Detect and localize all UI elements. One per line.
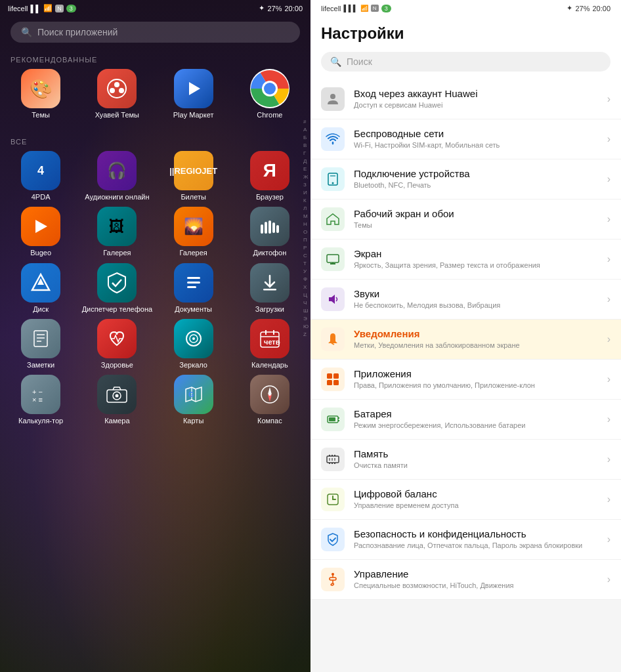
alpha-r[interactable]: Р: [301, 244, 310, 251]
app-item-mirror[interactable]: Зеркало: [158, 319, 229, 369]
alpha-l[interactable]: Л: [301, 205, 310, 212]
app-item-dispatcher[interactable]: Диспетчер телефона: [81, 263, 152, 314]
alpha-ts[interactable]: Ц: [301, 291, 310, 299]
alpha-ch[interactable]: Ч: [301, 299, 310, 306]
settings-item-huawei-account[interactable]: Вход через аккаунт Huawei Доступ к серви…: [310, 79, 621, 119]
settings-item-apps[interactable]: Приложения Права, Приложения по умолчани…: [310, 360, 621, 400]
settings-item-memory[interactable]: Память Очистка памяти ›: [310, 440, 621, 480]
alpha-z-lat[interactable]: Z: [301, 331, 310, 338]
alpha-e[interactable]: Е: [301, 165, 310, 173]
settings-icon-device-connection: [321, 167, 345, 191]
app-item-maps[interactable]: G Карты: [158, 375, 229, 425]
app-label-camera: Камера: [104, 417, 129, 425]
app-item-gallery2[interactable]: 🌄 Галерея: [158, 207, 229, 257]
app-label-themes: Темы: [32, 111, 50, 119]
search-placeholder: Поиск приложений: [37, 27, 118, 37]
app-item-gallery1[interactable]: 🖼 Галерея: [81, 207, 152, 257]
app-item-chrome[interactable]: Chrome: [234, 69, 305, 119]
app-item-camera[interactable]: Камера: [81, 375, 152, 425]
settings-item-wireless[interactable]: Беспроводные сети Wi-Fi, Настройки SIM-к…: [310, 119, 621, 159]
settings-item-security[interactable]: Безопасность и конфиденциальность Распоз…: [310, 520, 621, 560]
settings-search-input[interactable]: 🔍 Поиск: [321, 52, 610, 72]
settings-icon-digital-balance: [321, 488, 345, 511]
status-bar-left: lifecell ▌▌ 📶 N 3 ✦ 27% 20:00: [0, 0, 310, 16]
alpha-kh[interactable]: Х: [301, 284, 310, 291]
app-item-audiobooks[interactable]: 🎧 Аудиокниги онлайн: [81, 151, 152, 201]
app-label-bugeo: Bugeo: [30, 249, 51, 257]
alpha-yu[interactable]: Ю: [301, 323, 310, 330]
alpha-g[interactable]: Г: [301, 150, 310, 157]
svg-text:×  ≡: × ≡: [32, 396, 43, 404]
alpha-n[interactable]: Н: [301, 220, 310, 228]
settings-item-device-connection[interactable]: Подключение устройства Bluetooth, NFC, П…: [310, 159, 621, 200]
settings-icon-security: [321, 528, 345, 551]
app-icon-bugeo: [21, 207, 60, 246]
settings-item-home-screen[interactable]: Рабочий экран и обои Темы ›: [310, 200, 621, 240]
settings-search-container: 🔍 Поиск: [310, 48, 621, 79]
alpha-z[interactable]: З: [301, 181, 310, 188]
app-drawer-panel: lifecell ▌▌ 📶 N 3 ✦ 27% 20:00 🔍 Поиск пр…: [0, 0, 310, 672]
chevron-icon-3: ›: [607, 173, 610, 185]
app-item-downloads[interactable]: Загрузки: [234, 263, 305, 314]
alpha-m[interactable]: М: [301, 213, 310, 220]
alpha-u[interactable]: У: [301, 268, 310, 275]
app-item-browser[interactable]: Я Браузер: [234, 151, 305, 201]
alpha-b[interactable]: Б: [301, 134, 310, 141]
settings-item-management[interactable]: Управление Специальные возможности, HiTo…: [310, 560, 621, 600]
chevron-icon-6: ›: [607, 293, 610, 305]
app-icon-4pda: 4: [21, 151, 60, 190]
app-item-calendar[interactable]: четверг Календарь: [234, 319, 305, 369]
app-item-tickets[interactable]: ||REGIOJET Билеты: [158, 151, 229, 201]
chevron-icon-5: ›: [607, 253, 610, 265]
settings-icon-management: [321, 568, 345, 591]
app-item-disk[interactable]: Диск: [5, 263, 76, 314]
alpha-sh[interactable]: Ш: [301, 307, 310, 314]
right-signal-icon: ▌▌▌: [344, 5, 358, 12]
svg-rect-9: [261, 224, 263, 234]
app-item-health[interactable]: Здоровье: [81, 319, 152, 369]
settings-item-battery[interactable]: Батарея Режим энергосбережения, Использо…: [310, 400, 621, 440]
app-item-themes[interactable]: 🎨 Темы: [5, 69, 76, 119]
alpha-f[interactable]: Ф: [301, 276, 310, 283]
app-icon-maps: G: [174, 375, 213, 414]
alpha-hash[interactable]: #: [301, 118, 310, 125]
right-nfc-badge: N: [371, 5, 379, 12]
settings-item-sound[interactable]: Звуки Не беспокоить, Мелодия вызова, Виб…: [310, 280, 621, 320]
chevron-icon-10: ›: [607, 453, 610, 465]
svg-rect-19: [263, 289, 276, 291]
right-wifi-icon: 📶: [360, 5, 368, 12]
settings-subtitle-memory: Очистка памяти: [354, 461, 598, 470]
app-item-bugeo[interactable]: Bugeo: [5, 207, 76, 257]
app-search-bar[interactable]: 🔍 Поиск приложений: [11, 22, 300, 43]
alpha-a[interactable]: А: [301, 126, 310, 133]
alpha-k[interactable]: К: [301, 197, 310, 204]
alpha-d[interactable]: Д: [301, 158, 310, 165]
app-item-4pda[interactable]: 4 4PDA: [5, 151, 76, 201]
alpha-o[interactable]: О: [301, 228, 310, 236]
alpha-t[interactable]: Т: [301, 260, 310, 267]
settings-text-display: Экран Яркость, Защита зрения, Размер тек…: [354, 248, 598, 270]
app-icon-disk: [21, 263, 60, 303]
alpha-zh[interactable]: Ж: [301, 173, 310, 180]
settings-text-device-connection: Подключение устройства Bluetooth, NFC, П…: [354, 168, 598, 190]
settings-item-digital-balance[interactable]: Цифровой баланс Управление временем дост…: [310, 480, 621, 520]
alpha-i[interactable]: И: [301, 189, 310, 196]
settings-item-display[interactable]: Экран Яркость, Защита зрения, Размер тек…: [310, 240, 621, 280]
alpha-e2[interactable]: Э: [301, 315, 310, 322]
settings-icon-display: [321, 247, 345, 271]
settings-title-notifications: Уведомления: [354, 328, 598, 339]
app-item-docs[interactable]: Документы: [158, 263, 229, 314]
app-item-compass[interactable]: Компас: [234, 375, 305, 425]
alpha-p[interactable]: П: [301, 236, 310, 243]
app-item-play[interactable]: Play Маркет: [158, 69, 229, 119]
settings-item-notifications[interactable]: Уведомления Метки, Уведомления на заблок…: [310, 320, 621, 360]
app-item-huawei-themes[interactable]: Хуавей Темы: [81, 69, 152, 119]
app-item-calc[interactable]: + −× ≡ Калькуля-тор: [5, 375, 76, 425]
chevron-icon: ›: [607, 93, 610, 105]
app-item-dictophone[interactable]: Диктофон: [234, 207, 305, 257]
svg-text:G: G: [188, 390, 194, 398]
alpha-v[interactable]: В: [301, 142, 310, 149]
alpha-s[interactable]: С: [301, 252, 310, 259]
settings-icon-huawei-account: [321, 87, 345, 111]
app-item-notes[interactable]: Заметки: [5, 319, 76, 369]
